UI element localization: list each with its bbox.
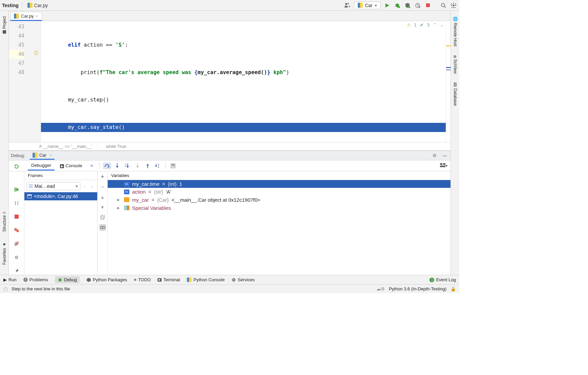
services-tool-button[interactable]: Services [231, 277, 255, 282]
step-over-icon[interactable] [103, 162, 111, 169]
force-step-into-icon[interactable] [133, 163, 142, 169]
line-number-current[interactable]: 46 [9, 50, 24, 59]
evaluate-icon[interactable] [169, 163, 177, 168]
line-number[interactable]: 45 [9, 41, 24, 50]
chevron-down-icon[interactable]: ⌄ [440, 22, 444, 27]
svg-point-5 [453, 4, 455, 6]
next-frame-button[interactable]: ↓ [89, 184, 95, 189]
resume-button[interactable] [13, 185, 21, 194]
project-name[interactable]: Testing [2, 3, 19, 8]
run-coverage-button[interactable] [404, 2, 411, 9]
variable-item[interactable]: 01my_car.time = {int} 1 [108, 180, 450, 188]
problems-icon: ! [23, 278, 28, 282]
sync-icon[interactable]: ☁⚙ [376, 286, 385, 291]
line-number[interactable]: 47 [9, 59, 24, 68]
svg-point-2 [408, 6, 410, 8]
code-area[interactable]: elif action == 'S': print(f"The car's av… [41, 21, 450, 142]
mute-breakpoints-button[interactable] [13, 240, 21, 248]
rerun-button[interactable] [13, 162, 21, 171]
event-log-button[interactable]: 1 Event Log [429, 277, 456, 282]
settings-icon[interactable] [450, 2, 457, 9]
variable-name: my_car [132, 197, 149, 203]
variable-type: {int} [168, 181, 177, 187]
expand-icon[interactable]: ▸ [117, 205, 121, 211]
search-icon[interactable] [440, 2, 447, 9]
python-packages-button[interactable]: Python Packages [86, 277, 127, 282]
close-tab-icon[interactable]: × [36, 14, 39, 19]
threads-icon[interactable]: ≡ [88, 163, 96, 168]
favorites-tool-button[interactable]: Favorites ★ [2, 240, 7, 267]
pin-button[interactable] [13, 267, 21, 275]
code-text: : [125, 42, 128, 48]
run-button[interactable] [383, 2, 391, 9]
line-number[interactable]: 48 [9, 68, 24, 77]
lock-icon[interactable]: 🔒 [450, 286, 456, 291]
code-editor[interactable]: 43 44 45 46 47 48 elif action == 'S': pr… [9, 21, 450, 142]
duplicate-button[interactable] [99, 214, 106, 221]
step-into-icon[interactable] [113, 163, 121, 169]
remote-host-button[interactable]: 🌐Remote Host [453, 14, 458, 48]
expand-icon[interactable]: ▸ [117, 197, 121, 203]
move-up-button[interactable]: ▲ [99, 194, 106, 200]
interpreter-label[interactable]: Python 3.6 (In-Depth-Testing) [389, 286, 446, 291]
debug-session-tab[interactable]: Car × [30, 152, 55, 160]
step-out-icon[interactable] [144, 163, 152, 169]
run-tool-button[interactable]: ▶ Run [3, 277, 17, 282]
debug-button[interactable] [394, 2, 401, 9]
run-to-cursor-icon[interactable] [154, 163, 162, 169]
database-button[interactable]: 🗄Database [453, 81, 458, 108]
move-down-button[interactable]: ▼ [99, 204, 106, 211]
terminal-label: Terminal [163, 277, 180, 282]
add-watch-button[interactable]: + [99, 173, 106, 180]
quick-list-icon[interactable]: ▢ [3, 286, 7, 291]
step-into-my-code-icon[interactable] [123, 163, 131, 169]
close-session-icon[interactable]: × [49, 153, 52, 158]
breadcrumb-file[interactable]: Car.py [27, 3, 48, 8]
bug-icon [58, 278, 62, 282]
variable-equals: = [148, 189, 151, 195]
variable-item[interactable]: 01action = {str} 'A' [108, 188, 450, 196]
remove-watch-button[interactable]: − [99, 183, 106, 190]
line-number[interactable]: 43 [9, 22, 24, 31]
minimize-icon[interactable]: — [441, 152, 448, 159]
terminal-tool-button[interactable]: ▶ Terminal [158, 277, 180, 282]
variable-item[interactable]: ▸Special Variables [108, 204, 450, 212]
run-configuration-selector[interactable]: Car ▾ [354, 2, 381, 9]
thread-selector[interactable]: Mai…ead ▾ [26, 182, 80, 190]
debug-settings-icon[interactable]: ⚙ [431, 152, 438, 159]
stop-button[interactable] [424, 2, 432, 9]
line-number[interactable]: 44 [9, 31, 24, 41]
show-watches-button[interactable] [99, 224, 106, 231]
debug-more-settings-button[interactable]: ⚙ [13, 253, 21, 261]
project-tool-button[interactable]: Project [2, 14, 7, 36]
console-tab[interactable]: ▶Console [57, 161, 86, 170]
python-console-button[interactable]: Python Console [187, 277, 225, 282]
view-breakpoints-button[interactable] [13, 226, 21, 234]
breadcrumb-segment[interactable]: while True [106, 144, 126, 149]
debug-tool-button[interactable]: Debug [55, 276, 80, 283]
user-icon[interactable] [344, 2, 351, 9]
profile-button[interactable] [414, 2, 421, 9]
variable-value: 'A' [166, 189, 171, 195]
thread-name: Mai…ead [35, 183, 55, 189]
pause-button[interactable] [13, 199, 21, 207]
variable-item[interactable]: ▸my_car = {Car} <__main__.Car object at … [108, 196, 450, 204]
function-call: print [81, 69, 97, 75]
prev-frame-button[interactable]: ↑ [82, 184, 88, 189]
sciview-button[interactable]: ⊞SciView [453, 53, 458, 75]
editor-tab-car[interactable]: Car.py × [10, 12, 42, 21]
svg-rect-6 [171, 164, 175, 168]
todo-tool-button[interactable]: ≡ TODO [134, 277, 151, 282]
stack-frame[interactable]: <module>, Car.py:46 [24, 192, 97, 200]
chevron-up-icon[interactable]: ⌃ [433, 22, 437, 27]
structure-tool-button[interactable]: Structure ⠿ [2, 209, 7, 234]
debugger-tab[interactable]: Debugger [28, 161, 55, 171]
breadcrumb-segment[interactable]: if __name__ == '__main__' [39, 144, 92, 149]
inspection-widget[interactable]: ⚠ 1 ✔ 3 ⌃ ⌄ [407, 22, 444, 27]
stop-debug-button[interactable] [13, 213, 21, 221]
layout-icon[interactable]: ▾ [440, 163, 448, 168]
problems-tool-button[interactable]: ! Problems [23, 277, 48, 282]
editor-scrollbar[interactable] [446, 21, 450, 142]
svg-point-8 [172, 166, 172, 167]
top-toolbar: Testing 〉 Car.py Car ▾ [0, 0, 459, 11]
